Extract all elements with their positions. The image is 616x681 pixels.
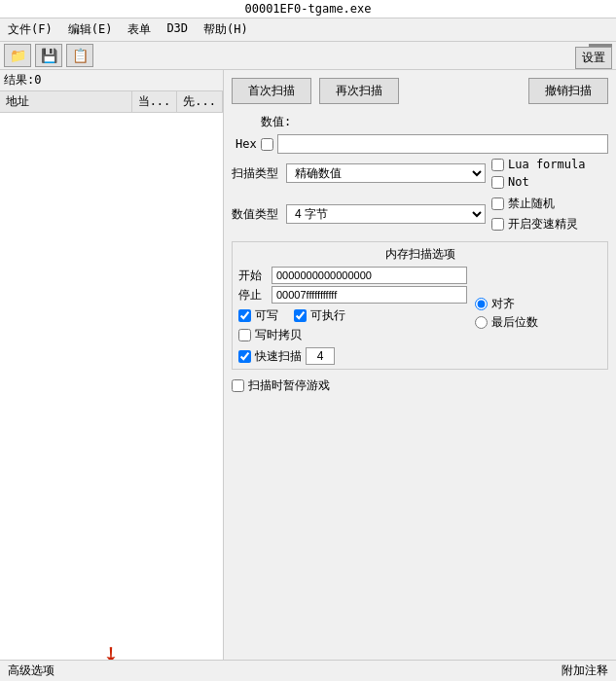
menu-d3d[interactable]: D3D xyxy=(163,20,192,39)
col-address: 地址 xyxy=(0,91,132,112)
writable-row: 可写 xyxy=(238,307,278,324)
value-section: 数值: xyxy=(232,114,608,130)
speed-wizard-row: 开启变速精灵 xyxy=(491,216,608,233)
last-byte-radio[interactable] xyxy=(475,316,488,329)
copy-on-write-label: 写时拷贝 xyxy=(255,327,302,343)
footer-bar: 高级选项 附加注释 xyxy=(0,660,616,681)
forbid-random-checkbox[interactable] xyxy=(491,197,504,210)
col-previous: 先... xyxy=(177,91,223,112)
scan-pause-checkbox[interactable] xyxy=(232,379,244,392)
second-scan-button[interactable]: 再次扫描 xyxy=(319,78,399,104)
scan-pause-row: 扫描时暂停游戏 xyxy=(232,377,608,394)
footer-right[interactable]: 附加注释 xyxy=(562,663,608,679)
not-checkbox[interactable] xyxy=(491,176,504,189)
hex-row: Hex xyxy=(232,134,608,154)
menu-file[interactable]: 文件(F) xyxy=(4,20,56,39)
scan-buttons: 首次扫描 再次扫描 撤销扫描 xyxy=(232,74,608,108)
col-current: 当... xyxy=(132,91,178,112)
fast-scan-row: 快速扫描 xyxy=(238,347,467,365)
speed-wizard-checkbox[interactable] xyxy=(491,218,504,231)
settings-button[interactable]: 设置 xyxy=(575,47,612,69)
main-area: 结果:0 地址 当... 先... ➘ 首次扫描 再次扫描 撤销扫描 数值: H… xyxy=(0,70,616,673)
cancel-scan-button[interactable]: 撤销扫描 xyxy=(528,78,608,104)
hex-label: Hex xyxy=(236,137,257,151)
save-button[interactable]: 💾 xyxy=(35,44,62,67)
executable-label: 可执行 xyxy=(310,307,345,324)
writable-checkbox[interactable] xyxy=(238,309,251,322)
start-label: 开始 xyxy=(238,268,268,284)
list-body xyxy=(0,113,223,634)
writable-label: 可写 xyxy=(255,307,278,324)
toolbar: 📁 💾 📋 S xyxy=(0,42,616,70)
align-row: 对齐 xyxy=(475,296,601,312)
fast-scan-label: 快速扫描 xyxy=(255,348,302,365)
copy-on-write-row: 写时拷贝 xyxy=(238,327,467,343)
lua-formula-checkbox[interactable] xyxy=(491,159,504,171)
stop-label: 停止 xyxy=(238,287,268,304)
value-label: 数值: xyxy=(261,114,291,130)
right-panel: 首次扫描 再次扫描 撤销扫描 数值: Hex 扫描类型 精确数值 模糊搜索 比前… xyxy=(224,70,616,673)
start-input[interactable] xyxy=(272,267,467,284)
align-label: 对齐 xyxy=(491,296,515,312)
align-group: 对齐 最后位数 xyxy=(475,296,601,331)
value-type-label: 数值类型 xyxy=(232,206,280,223)
menu-edit[interactable]: 编辑(E) xyxy=(64,20,117,39)
result-bar: 结果:0 xyxy=(0,70,223,91)
value-type-dropdown[interactable]: 1 字节 2 字节 4 字节 8 字节 单浮点 双浮点 文字 xyxy=(286,204,486,224)
align-section: 对齐 最后位数 xyxy=(475,267,601,365)
not-row: Not xyxy=(491,175,608,189)
memory-inputs: 开始 停止 可写 可执行 xyxy=(238,267,601,365)
menu-table[interactable]: 表单 xyxy=(124,20,155,39)
scan-type-label: 扫描类型 xyxy=(232,165,280,182)
first-scan-button[interactable]: 首次扫描 xyxy=(232,78,311,104)
result-count: 结果:0 xyxy=(4,73,41,87)
fast-scan-checkbox[interactable] xyxy=(238,350,251,363)
memory-section: 内存扫描选项 开始 停止 可写 xyxy=(232,241,608,370)
executable-row: 可执行 xyxy=(294,307,345,324)
value-input[interactable] xyxy=(277,134,608,154)
scan-type-row: 扫描类型 精确数值 模糊搜索 比前一次增加 比前一次减少 Lua formula… xyxy=(232,158,608,189)
memory-left: 开始 停止 可写 可执行 xyxy=(238,267,467,365)
speed-wizard-label: 开启变速精灵 xyxy=(508,216,578,233)
open-button[interactable]: 📁 xyxy=(4,44,31,67)
last-byte-row: 最后位数 xyxy=(475,314,601,331)
menu-bar: 文件(F) 编辑(E) 表单 D3D 帮助(H) xyxy=(0,18,616,42)
align-radio[interactable] xyxy=(475,298,488,310)
footer-left[interactable]: 高级选项 xyxy=(8,663,54,679)
forbid-random-label: 禁止随机 xyxy=(508,196,555,212)
forbid-random-row: 禁止随机 xyxy=(491,196,608,212)
value-type-row: 数值类型 1 字节 2 字节 4 字节 8 字节 单浮点 双浮点 文字 禁止随机… xyxy=(232,196,608,233)
scan-pause-label: 扫描时暂停游戏 xyxy=(248,377,330,394)
not-label: Not xyxy=(508,175,529,189)
stop-row: 停止 xyxy=(238,286,467,304)
hex-checkbox[interactable] xyxy=(261,138,273,151)
last-byte-label: 最后位数 xyxy=(491,314,538,331)
fast-scan-number[interactable] xyxy=(306,347,335,365)
menu-help[interactable]: 帮助(H) xyxy=(199,20,252,39)
lua-formula-label: Lua formula xyxy=(508,158,585,171)
stop-input[interactable] xyxy=(272,286,467,304)
scan-type-dropdown[interactable]: 精确数值 模糊搜索 比前一次增加 比前一次减少 xyxy=(286,163,486,183)
start-row: 开始 xyxy=(238,267,467,284)
executable-checkbox[interactable] xyxy=(294,309,307,322)
left-panel: 结果:0 地址 当... 先... ➘ xyxy=(0,70,224,673)
window-title: 00001EF0-tgame.exe xyxy=(244,2,371,16)
memory-title: 内存扫描选项 xyxy=(238,246,601,263)
list-header: 地址 当... 先... xyxy=(0,91,223,113)
lua-formula-row: Lua formula xyxy=(491,158,608,171)
new-button[interactable]: 📋 xyxy=(66,44,93,67)
title-bar: 00001EF0-tgame.exe xyxy=(0,0,616,18)
copy-on-write-checkbox[interactable] xyxy=(238,329,251,341)
